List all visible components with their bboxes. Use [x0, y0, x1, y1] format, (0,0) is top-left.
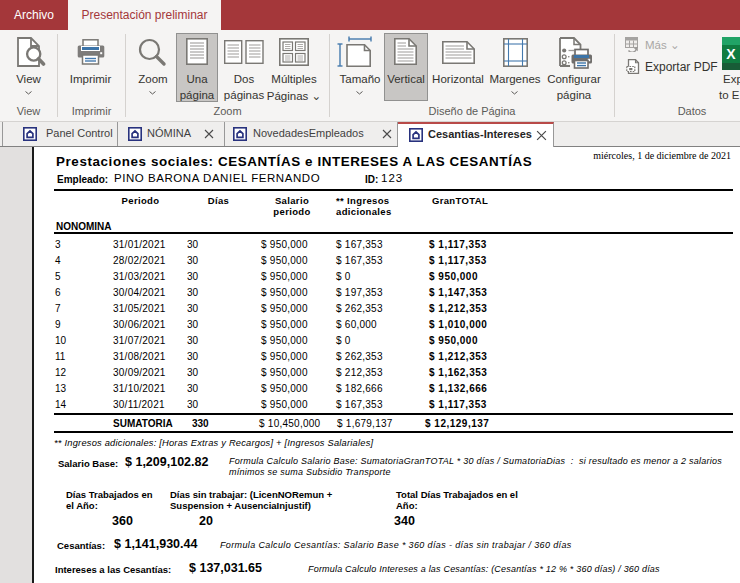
svg-text:X: X — [726, 46, 736, 62]
